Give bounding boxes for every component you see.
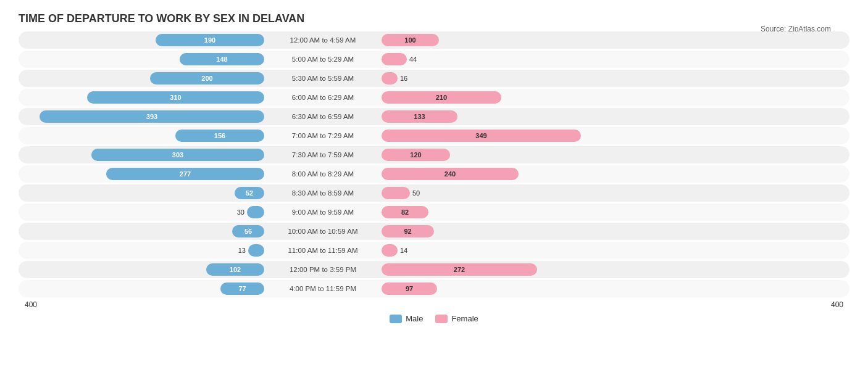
male-bar: 148 <box>180 53 264 65</box>
table-row: 3936:30 AM to 6:59 AM133 <box>19 108 849 125</box>
female-bar: 240 <box>382 168 519 180</box>
female-bar <box>382 187 410 199</box>
male-bar: 156 <box>175 130 264 142</box>
male-bar: 102 <box>206 263 264 276</box>
table-row: 1311:00 AM to 11:59 AM14 <box>19 242 849 259</box>
table-row: 309:00 AM to 9:59 AM82 <box>19 204 849 221</box>
chart-rows: 19012:00 AM to 4:59 AM1001485:00 AM to 5… <box>19 31 849 297</box>
table-row: 3037:30 AM to 7:59 AM120 <box>19 146 849 163</box>
female-bar: 120 <box>382 149 450 161</box>
table-row: 19012:00 AM to 4:59 AM100 <box>19 31 849 49</box>
table-row: 3106:00 AM to 6:29 AM210 <box>19 89 849 106</box>
male-bar <box>247 206 264 218</box>
male-bar: 310 <box>87 91 264 104</box>
male-bar: 277 <box>106 168 264 180</box>
female-bar: 97 <box>382 282 437 295</box>
male-bar: 190 <box>156 34 264 46</box>
female-bar: 92 <box>382 225 434 237</box>
time-label: 7:00 AM to 7:29 AM <box>264 132 382 139</box>
time-label: 5:30 AM to 5:59 AM <box>264 75 382 82</box>
table-row: 1485:00 AM to 5:29 AM44 <box>19 51 849 68</box>
axis-right: 400 <box>831 300 843 309</box>
male-value: 30 <box>237 208 244 216</box>
male-bar: 303 <box>91 149 264 161</box>
male-bar: 200 <box>150 72 264 85</box>
table-row: 774:00 PM to 11:59 PM97 <box>19 280 849 297</box>
female-value: 44 <box>409 56 417 63</box>
time-label: 12:00 AM to 4:59 AM <box>264 36 382 44</box>
time-label: 6:00 AM to 6:29 AM <box>264 94 382 101</box>
female-bar: 272 <box>382 263 537 276</box>
legend-female-box <box>435 315 448 323</box>
time-label: 7:30 AM to 7:59 AM <box>264 151 382 159</box>
male-value: 13 <box>238 247 246 254</box>
table-row: 5610:00 AM to 10:59 AM92 <box>19 223 849 240</box>
time-label: 10:00 AM to 10:59 AM <box>264 228 382 235</box>
legend-female: Female <box>435 314 478 323</box>
female-value: 50 <box>412 189 420 197</box>
time-label: 6:30 AM to 6:59 AM <box>264 113 382 120</box>
legend: Male Female <box>19 314 849 323</box>
table-row: 2005:30 AM to 5:59 AM16 <box>19 70 849 87</box>
time-label: 4:00 PM to 11:59 PM <box>264 285 382 292</box>
female-bar: 100 <box>382 34 439 46</box>
female-bar: 349 <box>382 130 581 142</box>
legend-female-label: Female <box>451 314 478 323</box>
time-label: 12:00 PM to 3:59 PM <box>264 266 382 273</box>
male-bar: 393 <box>40 110 264 123</box>
time-label: 9:00 AM to 9:59 AM <box>264 208 382 216</box>
time-label: 11:00 AM to 11:59 AM <box>264 247 382 254</box>
table-row: 528:30 AM to 8:59 AM50 <box>19 184 849 202</box>
male-bar: 52 <box>235 187 264 199</box>
table-row: 1567:00 AM to 7:29 AM349 <box>19 127 849 144</box>
table-row: 2778:00 AM to 8:29 AM240 <box>19 165 849 183</box>
male-bar: 77 <box>220 282 264 295</box>
legend-male-box <box>390 315 402 323</box>
legend-male-label: Male <box>406 314 423 323</box>
legend-male: Male <box>390 314 423 323</box>
female-value: 14 <box>400 247 407 254</box>
female-value: 16 <box>400 75 407 82</box>
female-bar: 210 <box>382 91 501 104</box>
female-bar <box>382 53 407 65</box>
axis-labels: 400 400 <box>19 300 849 309</box>
female-bar: 82 <box>382 206 428 218</box>
female-bar <box>382 244 398 257</box>
axis-left: 400 <box>25 300 37 309</box>
chart-container: 19012:00 AM to 4:59 AM1001485:00 AM to 5… <box>19 31 849 323</box>
female-bar: 133 <box>382 110 457 123</box>
table-row: 10212:00 PM to 3:59 PM272 <box>19 261 849 278</box>
time-label: 8:00 AM to 8:29 AM <box>264 170 382 178</box>
time-label: 8:30 AM to 8:59 AM <box>264 189 382 197</box>
male-bar <box>248 244 264 257</box>
male-bar: 56 <box>232 225 264 237</box>
female-bar <box>382 72 398 85</box>
time-label: 5:00 AM to 5:29 AM <box>264 56 382 63</box>
chart-title: TIME OF DEPARTURE TO WORK BY SEX IN DELA… <box>19 12 849 25</box>
